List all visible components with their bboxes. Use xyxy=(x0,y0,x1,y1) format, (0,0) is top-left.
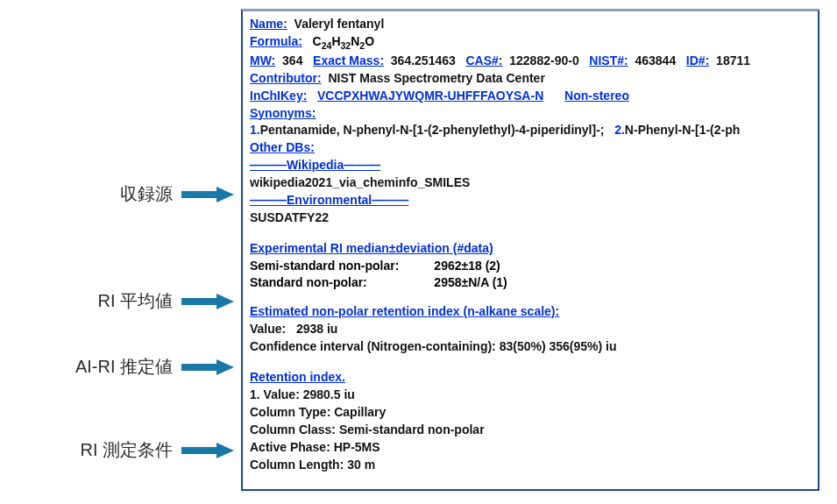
arrow-icon xyxy=(181,294,234,309)
other-dbs-label-row: Other DBs: xyxy=(250,139,811,156)
svg-marker-0 xyxy=(181,187,234,202)
experimental-ri-label-row: Experimental RI median±deviation (#data) xyxy=(250,240,811,257)
column-class-row: Column Class: Semi-standard non-polar xyxy=(250,422,811,438)
experimental-ri-table: Semi-standard non-polar: 2962±18 (2) Sta… xyxy=(250,258,543,291)
wikipedia-header-link[interactable]: ———Wikipedia——— xyxy=(250,158,380,172)
arrow-icon xyxy=(181,359,234,375)
exp-ri-row-1: Semi-standard non-polar: 2962±18 (2) xyxy=(250,258,543,274)
wikipedia-value-row: wikipedia2021_via_cheminfo_SMILES xyxy=(250,174,811,191)
label-source: 収録源 xyxy=(120,182,173,206)
formula-label-link[interactable]: Formula: xyxy=(250,34,302,48)
mw-label-link[interactable]: MW: xyxy=(250,53,275,67)
non-stereo-link[interactable]: Non-stereo xyxy=(564,89,629,103)
exact-mass-value: 364.251463 xyxy=(391,53,456,67)
ri-1-value-row: 1. Value: 2980.5 iu xyxy=(250,387,811,403)
est-ri-val-key: Value: xyxy=(250,322,286,336)
svg-marker-2 xyxy=(181,359,234,375)
estimated-ri-ci-row: Confidence interval (Nitrogen-containing… xyxy=(250,338,811,355)
synonyms-label-row: Synonyms: xyxy=(250,105,811,122)
svg-marker-1 xyxy=(181,294,234,309)
active-phase-row: Active Phase: HP-5MS xyxy=(250,439,811,456)
nist-value: 463844 xyxy=(635,53,676,67)
column-length: Column Length: 30 m xyxy=(250,458,375,472)
annotation-labels-column: 収録源 RI 平均値 AI-RI 推定値 RI 測定条件 xyxy=(0,9,241,491)
label-row-ri-cond: RI 測定条件 xyxy=(80,438,234,462)
environmental-value: SUSDATFY22 xyxy=(250,210,329,224)
exp-ri-2-val: 2958±N/A (1) xyxy=(434,274,542,291)
cas-value: 122882-90-0 xyxy=(509,53,578,67)
active-phase: Active Phase: HP-5MS xyxy=(250,440,380,454)
ri-1-value: 1. Value: 2980.5 iu xyxy=(250,387,355,401)
syn-num-2: 2. xyxy=(614,123,625,137)
column-class: Column Class: Semi-standard non-polar xyxy=(250,422,485,437)
est-ri-ci: Confidence interval (Nitrogen-containing… xyxy=(250,339,617,353)
compound-info-panel: Name: Valeryl fentanyl Formula: C24H32N2… xyxy=(241,9,819,491)
inchikey-label-link[interactable]: InChIKey: xyxy=(250,89,307,103)
label-ai-ri: AI-RI 推定値 xyxy=(75,355,173,379)
estimated-ri-label-row: Estimated non-polar retention index (n-a… xyxy=(250,303,811,320)
id-value: 18711 xyxy=(716,53,750,67)
label-row-ri-mean: RI 平均値 xyxy=(97,289,234,313)
synonyms-label-link[interactable]: Synonyms: xyxy=(250,106,316,120)
synonyms-values-row: 1.Pentanamide, N-phenyl-N-[1-(2-phenylet… xyxy=(250,122,811,138)
svg-marker-3 xyxy=(181,443,234,458)
nist-label-link[interactable]: NIST#: xyxy=(589,53,628,67)
est-ri-val-val: 2938 iu xyxy=(296,322,337,336)
label-ri-mean: RI 平均値 xyxy=(97,289,173,313)
mw-row: MW: 364 Exact Mass: 364.251463 CAS#: 122… xyxy=(250,53,811,69)
exact-mass-label-link[interactable]: Exact Mass: xyxy=(313,53,384,67)
exp-ri-1-val: 2962±18 (2) xyxy=(434,258,542,274)
syn-num-1: 1. xyxy=(250,123,260,137)
arrow-icon xyxy=(181,187,234,202)
arrow-icon xyxy=(181,443,234,458)
mw-value: 364 xyxy=(282,53,302,67)
label-row-source: 収録源 xyxy=(120,182,234,206)
contributor-row: Contributor: NIST Mass Spectrometry Data… xyxy=(250,70,811,87)
label-ri-cond: RI 測定条件 xyxy=(80,438,173,462)
syn-2: N-Phenyl-N-[1-(2-ph xyxy=(625,123,740,137)
inchikey-value-link[interactable]: VCCPXHWAJYWQMR-UHFFFAOYSA-N xyxy=(317,89,543,103)
inchikey-row: InChIKey: VCCPXHWAJYWQMR-UHFFFAOYSA-N No… xyxy=(250,88,811,104)
syn-1: Pentanamide, N-phenyl-N-[1-(2-phenylethy… xyxy=(260,123,605,137)
id-label-link[interactable]: ID#: xyxy=(686,53,709,67)
experimental-ri-label-link[interactable]: Experimental RI median±deviation (#data) xyxy=(250,241,493,255)
environmental-header-link[interactable]: ———Environmental——— xyxy=(250,193,408,207)
name-row: Name: Valeryl fentanyl xyxy=(250,16,811,32)
estimated-ri-value-row: Value: 2938 iu xyxy=(250,321,811,337)
exp-ri-2-key: Standard non-polar: xyxy=(250,274,434,291)
column-type-row: Column Type: Capillary xyxy=(250,404,811,421)
label-row-ai-ri: AI-RI 推定値 xyxy=(75,355,234,379)
exp-ri-row-2: Standard non-polar: 2958±N/A (1) xyxy=(250,274,543,291)
formula-row: Formula: C24H32N2O xyxy=(250,33,811,52)
environmental-value-row: SUSDATFY22 xyxy=(250,209,811,226)
estimated-ri-label-link[interactable]: Estimated non-polar retention index (n-a… xyxy=(250,304,559,318)
wikipedia-header-row: ———Wikipedia——— xyxy=(250,157,811,174)
other-dbs-label-link[interactable]: Other DBs: xyxy=(250,140,315,154)
name-label-link[interactable]: Name: xyxy=(250,17,287,31)
column-type: Column Type: Capillary xyxy=(250,405,386,419)
formula-value: C24H32N2O xyxy=(313,34,374,48)
wikipedia-value: wikipedia2021_via_cheminfo_SMILES xyxy=(250,175,470,189)
contributor-value: NIST Mass Spectrometry Data Center xyxy=(328,71,544,85)
column-length-row: Column Length: 30 m xyxy=(250,457,811,473)
retention-index-label-link[interactable]: Retention index. xyxy=(250,370,345,384)
cas-label-link[interactable]: CAS#: xyxy=(465,53,502,67)
retention-index-label-row: Retention index. xyxy=(250,369,811,386)
contributor-label-link[interactable]: Contributor: xyxy=(250,71,322,85)
environmental-header-row: ———Environmental——— xyxy=(250,192,811,209)
name-value: Valeryl fentanyl xyxy=(294,17,385,31)
exp-ri-1-key: Semi-standard non-polar: xyxy=(250,258,434,274)
